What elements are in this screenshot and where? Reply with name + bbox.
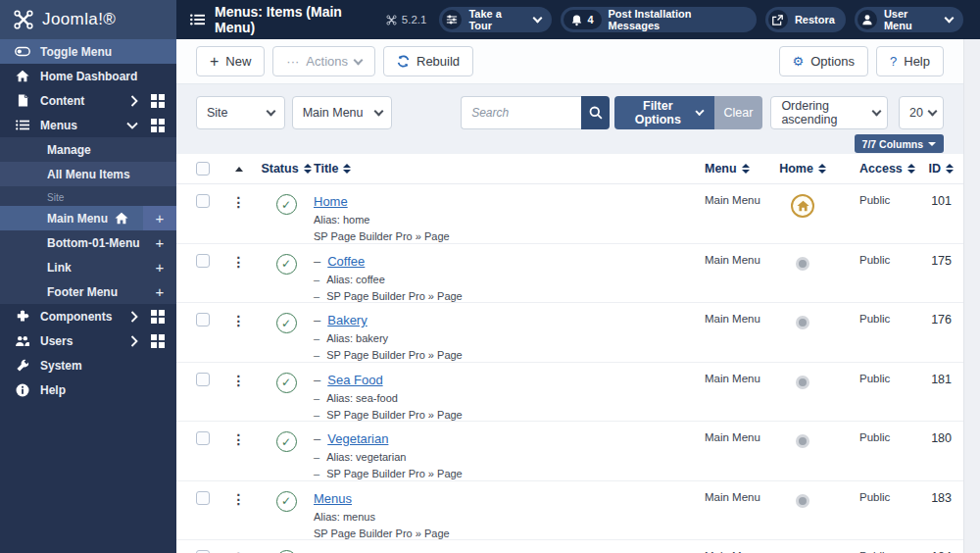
columns-toggle-button[interactable]: 7/7 Columns bbox=[855, 134, 944, 153]
access-column-header[interactable]: Access bbox=[832, 162, 908, 176]
menu-filter-select[interactable]: Main Menu bbox=[292, 96, 392, 129]
item-title-link[interactable]: Sea Food bbox=[327, 373, 382, 387]
item-title-link[interactable]: Menus bbox=[314, 491, 352, 506]
sidebar-item-users[interactable]: Users bbox=[0, 328, 176, 353]
clear-button[interactable]: Clear bbox=[714, 96, 763, 129]
row-checkbox[interactable] bbox=[196, 313, 210, 327]
status-published-icon[interactable]: ✓ bbox=[276, 313, 297, 333]
row-checkbox[interactable] bbox=[196, 491, 210, 505]
home-unset-icon[interactable] bbox=[796, 376, 809, 389]
item-menu: Main Menu bbox=[691, 244, 773, 266]
options-button[interactable]: ⚙ Options bbox=[779, 46, 868, 76]
item-alias: Alias: home bbox=[314, 214, 369, 226]
sidebar-item-all-menu-items[interactable]: All Menu Items bbox=[0, 162, 176, 186]
search-input[interactable] bbox=[461, 96, 581, 129]
menu-column-header[interactable]: Menu bbox=[691, 162, 773, 176]
site-filter-select[interactable]: Site bbox=[196, 96, 285, 129]
messages-count: 4 bbox=[587, 14, 593, 25]
drag-handle-icon[interactable]: ⋮ bbox=[220, 184, 259, 210]
row-checkbox[interactable] bbox=[196, 373, 210, 386]
add-menu-item-button[interactable]: + bbox=[143, 206, 176, 230]
status-published-icon[interactable]: ✓ bbox=[276, 491, 297, 512]
post-installation-messages-button[interactable]: 4 Post Installation Messages bbox=[561, 7, 757, 32]
default-home-icon bbox=[115, 212, 128, 225]
search-button[interactable] bbox=[581, 96, 610, 129]
drag-handle-icon[interactable]: ⋮ bbox=[220, 303, 259, 328]
drag-handle-icon[interactable]: ⋮ bbox=[220, 481, 259, 507]
sidebar-item-menus[interactable]: Menus bbox=[0, 113, 176, 137]
select-all-checkbox[interactable] bbox=[196, 162, 210, 176]
sidebar-item-home-dashboard[interactable]: Home Dashboard bbox=[0, 64, 176, 88]
ordering-column-header[interactable] bbox=[220, 167, 259, 172]
home-dashboard-label: Home Dashboard bbox=[40, 70, 137, 83]
status-published-icon[interactable]: ✓ bbox=[276, 254, 297, 275]
status-published-icon[interactable]: ✓ bbox=[276, 194, 297, 215]
version-text: 5.2.1 bbox=[402, 14, 427, 25]
drag-handle-icon[interactable]: ⋮ bbox=[220, 244, 259, 270]
home-unset-icon[interactable] bbox=[796, 494, 809, 508]
chevron-down-icon bbox=[928, 107, 938, 117]
item-title-link[interactable]: Home bbox=[314, 194, 348, 209]
grid-icon[interactable] bbox=[151, 119, 165, 132]
home-column-header[interactable]: Home bbox=[773, 162, 832, 176]
drag-handle-icon[interactable]: ⋮ bbox=[220, 363, 259, 388]
id-column-header[interactable]: ID bbox=[908, 162, 954, 176]
add-menu-item-button[interactable]: + bbox=[143, 230, 176, 255]
user-menu-button[interactable]: User Menu bbox=[855, 7, 963, 32]
item-title-link[interactable]: Bakery bbox=[327, 313, 367, 327]
sidebar-toggle-menu[interactable]: Toggle Menu bbox=[0, 39, 176, 64]
home-unset-icon[interactable] bbox=[796, 316, 809, 329]
joomla-logo-icon bbox=[13, 9, 34, 30]
item-title-link[interactable]: Coffee bbox=[327, 254, 365, 269]
indent-dash: – bbox=[314, 468, 319, 479]
grid-icon[interactable] bbox=[151, 334, 165, 348]
site-section-heading: Site bbox=[0, 186, 176, 206]
puzzle-icon bbox=[15, 310, 30, 324]
new-button[interactable]: + New bbox=[196, 46, 265, 76]
sidebar-item-help[interactable]: Help bbox=[0, 377, 176, 402]
add-menu-item-button[interactable]: + bbox=[143, 255, 176, 279]
drag-handle-icon[interactable]: ⋮ bbox=[220, 540, 259, 553]
table-row: ⋮ ✓ –Vegetarian –Alias: vegetarian –SP P… bbox=[176, 422, 963, 481]
table-row: ⋮ ✓ –Bakery –Alias: bakery –SP Page Buil… bbox=[176, 303, 963, 363]
item-title-link[interactable]: Vegetarian bbox=[327, 431, 388, 446]
help-button[interactable]: ? Help bbox=[876, 46, 944, 76]
row-checkbox[interactable] bbox=[196, 194, 210, 208]
content-label: Content bbox=[40, 94, 84, 108]
sidebar-item-link[interactable]: Link + bbox=[0, 255, 176, 279]
home-unset-icon[interactable] bbox=[796, 434, 809, 448]
sidebar-item-system[interactable]: System bbox=[0, 353, 176, 377]
status-published-icon[interactable]: ✓ bbox=[276, 373, 297, 393]
take-a-tour-button[interactable]: Take a Tour bbox=[439, 7, 552, 32]
rebuild-button[interactable]: Rebuild bbox=[383, 46, 473, 76]
filter-options-button[interactable]: Filter Options bbox=[614, 96, 713, 129]
status-published-icon[interactable]: ✓ bbox=[276, 431, 297, 452]
vertical-scrollbar[interactable] bbox=[963, 39, 980, 553]
home-default-icon[interactable] bbox=[791, 194, 814, 218]
chevron-down-icon bbox=[533, 14, 543, 24]
drag-handle-icon[interactable]: ⋮ bbox=[220, 422, 259, 447]
row-checkbox[interactable] bbox=[196, 431, 210, 445]
grid-icon[interactable] bbox=[151, 94, 165, 108]
sidebar-item-footer-menu[interactable]: Footer Menu + bbox=[0, 279, 176, 304]
sidebar-item-components[interactable]: Components bbox=[0, 304, 176, 328]
status-column-header[interactable]: Status bbox=[259, 162, 314, 176]
grid-icon[interactable] bbox=[151, 310, 165, 324]
indent-dash: – bbox=[314, 332, 319, 344]
sidebar-item-manage[interactable]: Manage bbox=[0, 137, 176, 162]
restore-button[interactable]: Restora bbox=[765, 7, 846, 32]
menus-list-icon bbox=[15, 120, 30, 130]
search-icon bbox=[589, 106, 603, 120]
ordering-select[interactable]: Ordering ascending bbox=[770, 96, 888, 129]
sidebar-item-content[interactable]: Content bbox=[0, 88, 176, 113]
actions-button[interactable]: ··· Actions bbox=[272, 46, 375, 76]
home-unset-icon[interactable] bbox=[796, 257, 809, 271]
indent-dash: – bbox=[314, 254, 320, 269]
sidebar-item-bottom-01-menu[interactable]: Bottom-01-Menu + bbox=[0, 230, 176, 255]
list-limit-select[interactable]: 20 bbox=[899, 96, 944, 129]
title-column-header[interactable]: Title bbox=[314, 162, 691, 176]
add-menu-item-button[interactable]: + bbox=[143, 279, 176, 304]
all-menu-items-label: All Menu Items bbox=[47, 168, 130, 181]
row-checkbox[interactable] bbox=[196, 254, 210, 268]
sidebar-item-main-menu[interactable]: Main Menu + bbox=[0, 206, 176, 230]
